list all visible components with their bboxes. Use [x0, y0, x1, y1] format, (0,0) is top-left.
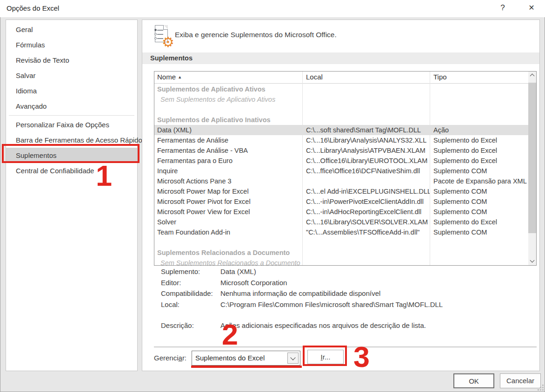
detail-row: Local:C:\Program Files\Common Files\micr…	[161, 301, 528, 312]
addin-row[interactable]: Ferramentas para o EuroC:\...Office16\Li…	[154, 156, 528, 166]
addin-row[interactable]: Microsoft Power View for ExcelC:\...-in\…	[154, 207, 528, 217]
addin-row[interactable]: Data (XML)C:\...soft shared\Smart Tag\MO…	[154, 125, 528, 135]
cell-nome: Sem Suplementos Relacionados a Documento	[154, 258, 302, 266]
page-description: Exiba e gerencie Suplementos do Microsof…	[175, 31, 337, 39]
cell-tipo: Suplemento COM	[430, 166, 528, 176]
addin-row[interactable]: InquireC:\...ffice\Office16\DCF\NativeSh…	[154, 166, 528, 176]
manage-dropdown[interactable]: Suplementos do Excel	[192, 351, 300, 366]
list-spacer-row	[154, 237, 528, 248]
detail-row: Editor:Microsoft Corporation	[161, 279, 528, 290]
cell-local: C:\...Office16\Library\EUROTOOL.XLAM	[302, 156, 430, 166]
dropdown-arrow-button[interactable]	[287, 353, 299, 364]
sidebar-nav: GeralFórmulasRevisão de TextoSalvarIdiom…	[6, 20, 138, 371]
addin-row[interactable]: Ferramentas de Análise - VBAC:\...Librar…	[154, 145, 528, 156]
cell-local: C:\...ffice\Office16\DCF\NativeShim.dll	[302, 166, 430, 176]
cell-nome: Microsoft Power Pivot for Excel	[154, 196, 302, 207]
sidebar-primary-group: GeralFórmulasRevisão de TextoSalvarIdiom…	[6, 22, 137, 114]
ok-button[interactable]: OK	[453, 373, 494, 388]
sidebar-item[interactable]: Barra de Ferramentas de Acesso Rápido	[6, 132, 137, 148]
addin-row[interactable]: Team Foundation Add-in"C:\...Assemblies\…	[154, 227, 528, 237]
sidebar-item[interactable]: Personalizar Faixa de Opções	[6, 117, 137, 132]
cell-local: C:\...16\Library\SOLVER\SOLVER.XLAM	[302, 217, 430, 227]
cancel-button[interactable]: Cancelar	[500, 373, 541, 388]
addin-row[interactable]: Ferramentas de AnáliseC:\...16\Library\A…	[154, 135, 528, 145]
cell-tipo: Suplemento COM	[430, 227, 528, 237]
cell-local: C:\...16\Library\Analysis\ANALYS32.XLL	[302, 135, 430, 145]
manage-divider	[154, 346, 537, 347]
detail-row: Suplemento:Data (XML)	[161, 268, 528, 279]
gear-icon: ⚙	[162, 35, 174, 49]
sidebar-item[interactable]: Avançado	[6, 98, 137, 114]
column-header-nome[interactable]: Nome ▲	[157, 73, 182, 81]
sidebar-item[interactable]: Geral	[6, 22, 137, 37]
cell-tipo: Suplemento do Excel	[430, 135, 528, 145]
sidebar-item[interactable]: Fórmulas	[6, 37, 137, 52]
sidebar-secondary-group: Personalizar Faixa de OpçõesBarra de Fer…	[6, 117, 137, 178]
scroll-down-button[interactable]	[528, 257, 536, 265]
detail-value: Microsoft Corporation	[220, 279, 287, 287]
sidebar-item[interactable]: Revisão de Texto	[6, 52, 137, 68]
go-button[interactable]: Ir...	[307, 350, 344, 364]
cell-nome: Suplementos de Aplicativo Ativos	[154, 84, 302, 94]
detail-value: Nenhuma informação de compatibilidade di…	[220, 289, 380, 297]
main-panel: ⚙ Exiba e gerencie Suplementos do Micros…	[142, 20, 540, 371]
cell-nome: Ferramentas de Análise - VBA	[154, 145, 302, 156]
cell-nome: Ferramentas para o Euro	[154, 156, 302, 166]
detail-label: Editor:	[161, 279, 220, 287]
sidebar-divider	[9, 115, 134, 116]
cell-tipo: Ação	[430, 125, 528, 135]
column-header-tipo[interactable]: Tipo	[433, 73, 447, 81]
detail-value: Ações adicionais especificadas nos arqui…	[220, 321, 426, 329]
list-group-row: Suplementos Relacionados a Documento	[154, 248, 528, 258]
addin-row[interactable]: Microsoft Power Pivot for ExcelC:\...-in…	[154, 196, 528, 207]
scroll-up-button[interactable]	[528, 72, 536, 79]
addins-document-gear-icon: ⚙	[154, 25, 173, 46]
list-group-row: Suplementos de Aplicativo Ativos	[154, 84, 528, 94]
sidebar-item[interactable]: Salvar	[6, 68, 137, 83]
list-spacer-row	[154, 105, 528, 115]
cell-tipo: Suplemento COM	[430, 186, 528, 196]
sidebar-item[interactable]: Central de Confiabilidade	[6, 163, 137, 178]
cell-nome: Suplementos de Aplicativo Inativos	[154, 115, 302, 125]
titlebar: Opções do Excel ? ✕	[0, 0, 545, 17]
list-note-row: Sem Suplementos Relacionados a Documento	[154, 258, 528, 266]
addin-row[interactable]: SolverC:\...16\Library\SOLVER\SOLVER.XLA…	[154, 217, 528, 227]
detail-label: Suplemento:	[161, 268, 220, 275]
cell-tipo: Suplemento COM	[430, 196, 528, 207]
cell-local: C:\...el Add-in\EXCELPLUGINSHELL.DLL	[302, 186, 430, 196]
cell-tipo: Suplemento do Excel	[430, 217, 528, 227]
sidebar-item[interactable]: Suplementos	[6, 148, 137, 163]
section-header: Suplementos	[142, 52, 539, 64]
list-note-row: Sem Suplementos de Aplicativo Ativos	[154, 94, 528, 105]
detail-label: Descrição:	[161, 321, 220, 329]
column-header-local[interactable]: Local	[306, 73, 323, 81]
detail-value: C:\Program Files\Common Files\microsoft …	[220, 301, 443, 308]
cell-nome: Microsoft Power Map for Excel	[154, 186, 302, 196]
help-button[interactable]: ?	[496, 3, 510, 14]
cell-tipo: Suplemento do Excel	[430, 156, 528, 166]
scrollbar-thumb[interactable]	[528, 83, 536, 233]
detail-label: Compatibilidade:	[161, 289, 220, 297]
cell-local: C:\...-in\AdHocReportingExcelClient.dll	[302, 207, 430, 217]
addin-row[interactable]: Microsoft Power Map for ExcelC:\...el Ad…	[154, 186, 528, 196]
cell-nome: Suplementos Relacionados a Documento	[154, 248, 302, 258]
manage-dropdown-value: Suplementos do Excel	[195, 354, 265, 362]
cell-nome: Data (XML)	[154, 125, 302, 135]
cell-local: C:\...Library\Analysis\ATPVBAEN.XLAM	[302, 145, 430, 156]
addins-list: Nome ▲ Local Tipo Suplementos de Aplicat…	[154, 71, 537, 266]
close-button[interactable]: ✕	[525, 3, 538, 14]
list-group-row: Suplementos de Aplicativo Inativos	[154, 115, 528, 125]
cell-nome: Microsoft Power View for Excel	[154, 207, 302, 217]
sidebar-item[interactable]: Idioma	[6, 83, 137, 98]
cell-nome: Solver	[154, 217, 302, 227]
resize-grip-icon[interactable]	[537, 384, 544, 391]
list-scrollbar[interactable]	[528, 72, 536, 265]
detail-value: Data (XML)	[220, 268, 256, 275]
cell-nome: Microsoft Actions Pane 3	[154, 176, 302, 186]
addin-row[interactable]: Microsoft Actions Pane 3Pacote de Expans…	[154, 176, 528, 186]
cell-tipo: Suplemento COM	[430, 207, 528, 217]
cell-nome: Ferramentas de Análise	[154, 135, 302, 145]
dialog-title: Opções do Excel	[7, 4, 59, 12]
list-header: Nome ▲ Local Tipo	[154, 72, 536, 84]
cell-tipo: Suplemento do Excel	[430, 145, 528, 156]
